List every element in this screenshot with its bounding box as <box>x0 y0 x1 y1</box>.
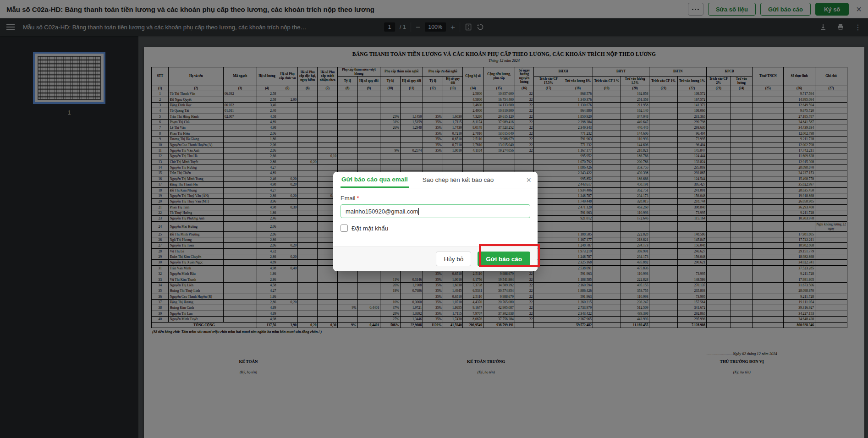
required-asterisk: * <box>357 195 359 202</box>
modal-close-icon[interactable]: × <box>526 175 531 185</box>
text-cursor <box>418 208 419 215</box>
cancel-button[interactable]: Hủy bỏ <box>436 252 471 266</box>
tab-copy-report-link[interactable]: Sao chép liên kết báo cáo <box>422 172 494 188</box>
modal-body: Email* mainho150920@gmail.com Đặt mật kh… <box>333 188 538 232</box>
send-report-submit-button[interactable]: Gửi báo cáo <box>478 252 530 266</box>
email-field-label: Email* <box>341 195 530 202</box>
email-input-value: mainho150920@gmail.com <box>346 208 418 215</box>
tab-send-via-email[interactable]: Gửi báo cáo qua email <box>341 172 409 188</box>
send-report-modal: Gửi báo cáo qua email Sao chép liên kết … <box>333 172 538 271</box>
set-password-checkbox-row[interactable]: Đặt mật khẩu <box>341 224 530 232</box>
modal-footer: Hủy bỏ Gửi báo cáo <box>333 246 538 271</box>
checkbox-icon[interactable] <box>341 224 348 232</box>
app-window: Mẫu số C02a-HD: Bảng thanh toán tiền lươ… <box>0 0 868 438</box>
modal-tab-bar: Gửi báo cáo qua email Sao chép liên kết … <box>333 172 538 188</box>
set-password-label: Đặt mật khẩu <box>352 225 388 232</box>
email-input[interactable]: mainho150920@gmail.com <box>341 204 530 218</box>
email-label-text: Email <box>341 195 356 202</box>
